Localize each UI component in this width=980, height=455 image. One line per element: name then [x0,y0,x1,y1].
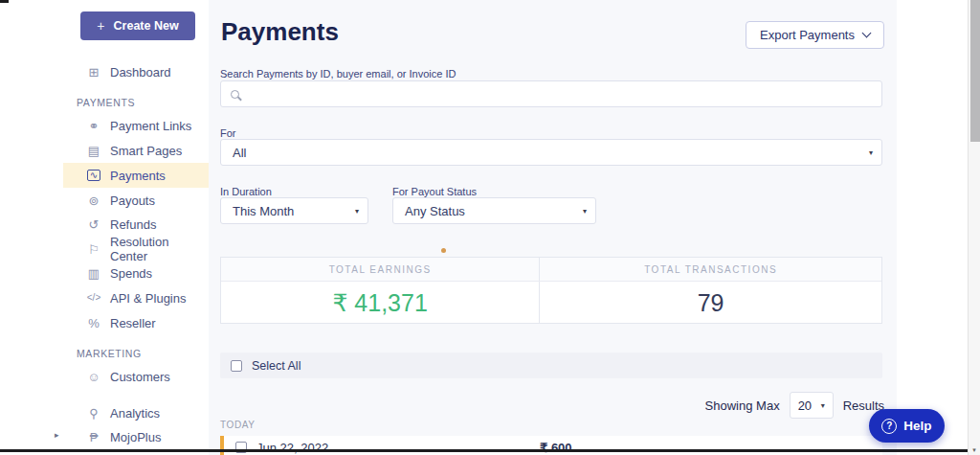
question-circle-icon: ? [881,419,897,434]
main-content: Payments Export Payments Search Payments… [209,0,897,455]
scrollbar-down-arrow[interactable]: ▾ [969,446,980,454]
caret-down-icon: ▾ [355,207,359,216]
for-label: For [220,127,236,139]
sidebar-item-label: API & Plugins [110,291,187,306]
search-label: Search Payments by ID, buyer email, or I… [220,68,456,80]
refresh-icon: ↺ [84,218,103,231]
scrollbar-thumb[interactable] [970,0,980,142]
group-label-today: TODAY [220,420,256,430]
duration-label: In Duration [220,186,272,197]
stats-table: TOTAL EARNINGS TOTAL TRANSACTIONS ₹ 41,3… [220,257,882,324]
create-new-label: Create New [114,19,179,33]
sidebar-item-label: Customers [110,370,170,384]
sidebar-item-resolution-center[interactable]: ⚐ Resolution Center [63,237,209,262]
sidebar-item-label: Dashboard [110,65,171,80]
sidebar-item-label: Payments [110,169,166,183]
search-input[interactable] [239,81,881,106]
caret-down-icon: ▾ [821,401,825,410]
showing-max-row: Showing Max 20 ▾ Results [705,391,884,420]
duration-select[interactable]: This Month ▾ [220,197,368,224]
stats-header-row: TOTAL EARNINGS TOTAL TRANSACTIONS [221,258,881,282]
row-amount: ₹ 600 [540,441,572,455]
search-box [220,80,882,107]
help-label: Help [903,419,931,433]
sidebar-item-label: Reseller [110,316,156,330]
sidebar-item-label: Refunds [110,217,156,232]
sidebar-item-customers[interactable]: ☺ Customers [63,364,209,389]
section-header-marketing: MARKETING [77,348,142,359]
page-title: Payments [221,17,339,47]
select-all-row: Select All [220,353,882,378]
sidebar-item-label: Analytics [110,406,160,421]
for-select[interactable]: All ▾ [220,139,882,166]
code-icon: </> [84,293,103,303]
plus-icon: + [97,18,104,34]
caret-down-icon: ▾ [583,207,587,216]
sidebar-item-spends[interactable]: ▥ Spends [63,261,209,285]
sidebar-item-payments[interactable]: ∿ Payments [63,163,209,188]
percent-icon: % [84,317,103,330]
sidebar-item-label: Spends [110,266,152,281]
sidebar-item-payment-links[interactable]: ⚭ Payment Links [63,113,209,138]
for-select-value: All [221,146,246,160]
select-all-label: Select All [252,359,301,373]
total-earnings-header: TOTAL EARNINGS [221,258,540,281]
caret-down-icon: ▾ [869,148,873,157]
payout-status-select-value: Any Status [393,204,465,218]
sidebar-item-smart-pages[interactable]: ▤ Smart Pages [63,138,209,163]
mojo-p-icon: ₱ [84,431,103,444]
scrollbar[interactable]: ▾ [968,0,980,455]
sidebar-item-refunds[interactable]: ↺ Refunds [63,212,209,237]
help-button[interactable]: ? Help [869,409,945,443]
payout-status-select[interactable]: Any Status ▾ [392,197,596,224]
total-transactions-value: 79 [540,282,881,324]
sidebar-item-dashboard[interactable]: ⊞ Dashboard [63,59,209,84]
sidebar-item-label: Payment Links [110,119,191,133]
search-icon [231,90,239,99]
flag-person-icon: ⚐ [84,243,103,256]
page-icon: ▤ [84,145,103,157]
receipt-icon: ▥ [84,267,103,280]
chevron-right-icon[interactable]: ▸ [55,430,59,440]
chart-wave-icon: ∿ [87,170,100,181]
max-results-value: 20 [798,398,812,413]
sidebar-item-analytics[interactable]: ⚲ Analytics [63,400,209,425]
sidebar: + Create New ⊞ Dashboard PAYMENTS ⚭ Paym… [0,0,209,455]
row-date: Jun 22, 2022 [256,441,328,455]
payment-row[interactable]: Jun 22, 2022 ₹ 600 [220,436,882,455]
export-payments-button[interactable]: Export Payments [746,21,884,49]
people-icon: ☺ [84,371,103,383]
max-results-select[interactable]: 20 ▾ [790,392,834,419]
showing-max-label: Showing Max [705,398,780,413]
sidebar-item-api-plugins[interactable]: </> API & Plugins [63,285,209,310]
payout-status-label: For Payout Status [392,186,477,197]
link-icon: ⚭ [84,120,103,132]
total-transactions-header: TOTAL TRANSACTIONS [540,258,881,281]
window-bottom-edge [0,449,968,452]
magnifier-key-icon: ⚲ [84,407,103,420]
sidebar-item-label: Smart Pages [110,144,182,158]
stats-value-row: ₹ 41,371 79 [221,282,881,324]
sidebar-item-label: Payouts [110,193,155,208]
coins-icon: ⊚ [84,194,103,207]
section-header-payments: PAYMENTS [77,97,135,108]
export-payments-label: Export Payments [760,28,855,42]
sidebar-item-reseller[interactable]: % Reseller [63,310,209,335]
sidebar-item-label: Resolution Center [110,235,209,263]
dashboard-icon: ⊞ [84,66,103,79]
chevron-down-icon [862,29,872,38]
duration-select-value: This Month [221,204,294,218]
window-corner-mark [0,0,9,3]
sidebar-item-mojoplus[interactable]: ₱ MojoPlus [63,424,209,449]
select-all-checkbox[interactable] [231,360,242,372]
total-earnings-value: ₹ 41,371 [221,282,540,324]
cursor-dot [441,248,446,253]
sidebar-item-label: MojoPlus [110,430,161,444]
create-new-button[interactable]: + Create New [80,11,195,40]
sidebar-item-payouts[interactable]: ⊚ Payouts [63,188,209,213]
